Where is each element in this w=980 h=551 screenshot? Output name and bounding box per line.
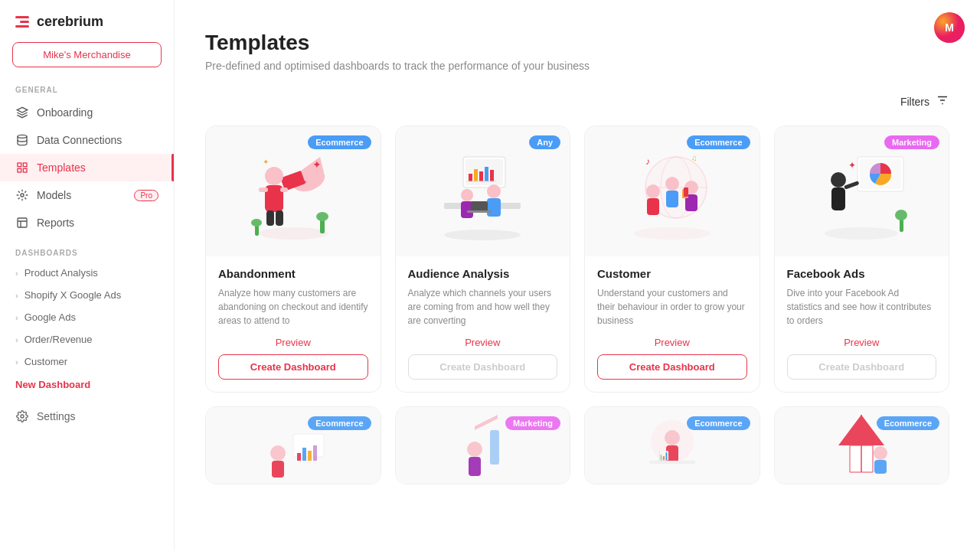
template-card-facebook-ads[interactable]: Marketing xyxy=(774,126,950,393)
onboarding-icon xyxy=(15,106,29,119)
template-card-customer[interactable]: Ecommerce ♪ ♫ xyxy=(584,126,760,393)
user-avatar[interactable]: M xyxy=(934,12,965,43)
dashboard-label: Google Ads xyxy=(24,311,76,323)
create-dashboard-abandonment[interactable]: Create Dashboard xyxy=(218,354,368,380)
chevron-icon: › xyxy=(15,269,18,278)
sidebar-item-onboarding[interactable]: Onboarding xyxy=(0,99,174,126)
sidebar-item-reports[interactable]: Reports xyxy=(0,209,174,236)
pro-badge: Pro xyxy=(134,190,158,201)
create-dashboard-customer[interactable]: Create Dashboard xyxy=(597,354,747,380)
chevron-icon: › xyxy=(15,335,18,344)
new-dashboard-button[interactable]: New Dashboard xyxy=(0,373,174,396)
svg-rect-90 xyxy=(874,460,887,474)
svg-point-41 xyxy=(487,184,501,198)
page-header: Templates Pre-defined and optimised dash… xyxy=(205,31,949,72)
sidebar-item-customer[interactable]: › Customer xyxy=(0,350,174,373)
svg-rect-35 xyxy=(485,167,488,181)
card-actions-abandonment: Preview Create Dashboard xyxy=(218,337,368,380)
dashboards-section-label: DASHBOARDS xyxy=(0,243,174,262)
sidebar-item-settings[interactable]: Settings xyxy=(0,403,174,430)
svg-rect-84 xyxy=(649,461,695,464)
sidebar-item-google-ads[interactable]: › Google Ads xyxy=(0,306,174,328)
card-desc-facebook: Dive into your Facebook Ad statistics an… xyxy=(787,286,937,328)
svg-text:✦: ✦ xyxy=(263,158,269,166)
badge-bottom4: Ecommerce xyxy=(877,416,939,430)
svg-rect-53 xyxy=(647,198,659,215)
svg-rect-21 xyxy=(266,210,274,226)
badge-any: Any xyxy=(529,135,560,149)
page-title: Templates xyxy=(205,31,949,55)
sidebar-item-models[interactable]: Models Pro xyxy=(0,181,174,209)
template-card-audience-analysis[interactable]: Any xyxy=(395,126,571,393)
template-card-abandonment[interactable]: Ecommerce xyxy=(205,126,381,393)
sidebar-item-order-revenue[interactable]: › Order/Revenue xyxy=(0,328,174,350)
sidebar-item-onboarding-label: Onboarding xyxy=(37,106,93,119)
card-image-bottom1: Ecommerce xyxy=(206,407,381,484)
svg-point-26 xyxy=(251,219,262,227)
card-desc-abandonment: Analyze how many customers are abandonin… xyxy=(218,286,368,328)
svg-point-54 xyxy=(665,177,679,191)
template-card-bottom4[interactable]: Ecommerce xyxy=(774,406,950,484)
templates-icon xyxy=(15,161,29,174)
svg-point-60 xyxy=(825,227,898,240)
filters-label: Filters xyxy=(900,96,929,108)
svg-rect-55 xyxy=(666,191,678,207)
card-image-bottom3: Ecommerce 📊 xyxy=(585,407,760,484)
sidebar-item-data-connections[interactable]: Data Connections xyxy=(0,126,174,154)
template-card-bottom3[interactable]: Ecommerce 📊 xyxy=(584,406,760,484)
sidebar-item-data-connections-label: Data Connections xyxy=(37,134,122,146)
svg-rect-36 xyxy=(490,170,494,181)
badge-bottom1: Ecommerce xyxy=(308,416,371,430)
card-image-abandonment: Ecommerce xyxy=(206,126,381,256)
template-card-bottom2[interactable]: Marketing xyxy=(395,406,571,484)
sidebar-item-shopify-google-ads[interactable]: › Shopify X Google Ads xyxy=(0,284,174,306)
logo-icon xyxy=(15,16,29,28)
svg-point-24 xyxy=(316,212,328,221)
card-image-bottom2: Marketing xyxy=(396,407,570,484)
card-image-bottom4: Ecommerce xyxy=(775,407,949,484)
preview-link-audience[interactable]: Preview xyxy=(408,337,558,348)
svg-text:✦: ✦ xyxy=(848,160,856,171)
filter-icon[interactable] xyxy=(936,93,949,110)
svg-rect-42 xyxy=(487,198,501,217)
sidebar: cerebrium Mike's Merchandise GENERAL Onb… xyxy=(0,0,175,551)
svg-rect-76 xyxy=(313,445,317,461)
svg-point-5 xyxy=(21,194,24,197)
svg-rect-78 xyxy=(469,457,481,476)
svg-point-89 xyxy=(874,446,887,460)
workspace-button[interactable]: Mike's Merchandise xyxy=(12,42,162,67)
preview-link-customer[interactable]: Preview xyxy=(597,337,747,348)
svg-rect-19 xyxy=(259,187,268,192)
top-bar: M xyxy=(934,12,965,43)
svg-point-77 xyxy=(467,442,482,457)
svg-rect-3 xyxy=(23,168,27,172)
svg-point-70 xyxy=(270,445,286,461)
preview-link-facebook[interactable]: Preview xyxy=(787,337,937,348)
svg-point-17 xyxy=(265,167,283,185)
sidebar-item-templates-label: Templates xyxy=(37,161,86,174)
create-dashboard-audience: Create Dashboard xyxy=(408,354,558,380)
svg-rect-2 xyxy=(23,163,27,167)
badge-ecommerce: Ecommerce xyxy=(308,135,371,149)
svg-marker-80 xyxy=(475,415,498,430)
svg-text:✦: ✦ xyxy=(312,158,322,171)
logo-text: cerebrium xyxy=(37,14,103,30)
template-card-bottom1[interactable]: Ecommerce xyxy=(205,406,381,484)
card-image-facebook: Marketing xyxy=(775,126,949,256)
svg-point-0 xyxy=(18,135,27,138)
svg-rect-1 xyxy=(18,163,21,167)
svg-point-39 xyxy=(461,189,473,201)
sidebar-item-product-analysis[interactable]: › Product Analysis xyxy=(0,262,174,284)
svg-rect-33 xyxy=(474,169,478,181)
sidebar-item-templates[interactable]: Templates xyxy=(0,154,174,181)
card-title-audience: Audience Analysis xyxy=(408,267,558,280)
svg-text:📊: 📊 xyxy=(658,450,669,461)
preview-link-abandonment[interactable]: Preview xyxy=(218,337,368,348)
dashboard-label: Shopify X Google Ads xyxy=(24,289,121,301)
card-title-customer: Customer xyxy=(597,267,747,280)
card-actions-audience: Preview Create Dashboard xyxy=(408,337,558,380)
create-dashboard-facebook: Create Dashboard xyxy=(787,354,937,380)
svg-rect-20 xyxy=(280,187,288,192)
badge-marketing-facebook: Marketing xyxy=(884,135,939,149)
svg-rect-32 xyxy=(469,174,472,181)
